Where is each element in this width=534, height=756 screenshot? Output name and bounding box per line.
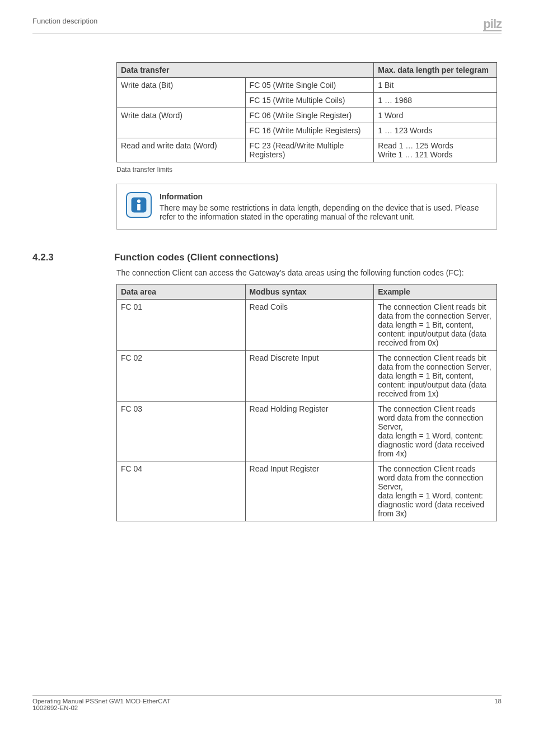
t1-h1: Data transfer [117, 63, 374, 78]
t2-r3-c1: FC 04 [117, 461, 246, 521]
t1-r1-c3: 1 … 1968 [374, 93, 497, 108]
table-row: Write data (Word) FC 06 (Write Single Re… [117, 108, 497, 123]
table1-caption: Data transfer limits [116, 166, 502, 174]
t2-h2: Modbus syntax [245, 284, 374, 299]
table-row: FC 02 Read Discrete Input The connection… [117, 350, 497, 401]
brand-logo-text: pilz [483, 18, 502, 31]
t1-r0-c2: FC 05 (Write Single Coil) [245, 78, 374, 93]
t2-r3-c3: The connection Client reads word data fr… [374, 461, 497, 521]
table-row: FC 01 Read Coils The connection Client r… [117, 299, 497, 350]
brand-logo: pilz [483, 17, 502, 31]
t2-r1-c1: FC 02 [117, 350, 246, 401]
t1-r0-c1: Write data (Bit) [117, 78, 246, 108]
t1-r2-c1: Write data (Word) [117, 108, 246, 138]
t1-r4-c2: FC 23 (Read/Write Multiple Registers) [245, 138, 374, 162]
table-row: Write data (Bit) FC 05 (Write Single Coi… [117, 78, 497, 93]
page-footer: Operating Manual PSSnet GW1 MOD-EtherCAT… [32, 695, 502, 711]
t2-h3: Example [374, 284, 497, 299]
footer-doc-title: Operating Manual PSSnet GW1 MOD-EtherCAT [32, 698, 171, 704]
function-codes-table: Data area Modbus syntax Example FC 01 Re… [116, 284, 497, 521]
t1-r3-c2: FC 16 (Write Multiple Registers) [245, 123, 374, 138]
info-callout: Information There may be some restrictio… [116, 184, 497, 230]
section-number: 4.2.3 [32, 252, 94, 263]
t2-r0-c3: The connection Client reads bit data fro… [374, 299, 497, 350]
svg-rect-3 [137, 204, 140, 211]
section-heading: 4.2.3 Function codes (Client connections… [32, 252, 502, 263]
t2-r2-c3: The connection Client reads word data fr… [374, 401, 497, 461]
footer-left: Operating Manual PSSnet GW1 MOD-EtherCAT… [32, 698, 171, 711]
t1-h2: Max. data length per telegram [374, 63, 497, 78]
page-header: Function description pilz [32, 17, 502, 34]
t2-r2-c2: Read Holding Register [245, 401, 374, 461]
t1-r1-c2: FC 15 (Write Multiple Coils) [245, 93, 374, 108]
footer-doc-id: 1002692-EN-02 [32, 704, 78, 711]
t2-r1-c2: Read Discrete Input [245, 350, 374, 401]
t1-r4-c3: Read 1 … 125 Words Write 1 … 121 Words [374, 138, 497, 162]
t1-r0-c3: 1 Bit [374, 78, 497, 93]
t1-r3-c3: 1 … 123 Words [374, 123, 497, 138]
info-title: Information [160, 192, 488, 201]
data-transfer-table: Data transfer Max. data length per teleg… [116, 62, 497, 162]
info-text: There may be some restrictions in data l… [160, 203, 488, 221]
table-row: Read and write data (Word) FC 23 (Read/W… [117, 138, 497, 162]
t2-r1-c3: The connection Client reads bit data fro… [374, 350, 497, 401]
t1-r4-c1: Read and write data (Word) [117, 138, 246, 162]
section-title: Function codes (Client connections) [114, 252, 279, 263]
breadcrumb: Function description [32, 17, 97, 25]
t2-r0-c1: FC 01 [117, 299, 246, 350]
svg-point-2 [137, 199, 140, 203]
t2-r3-c2: Read Input Register [245, 461, 374, 521]
t1-r2-c3: 1 Word [374, 108, 497, 123]
info-icon [126, 192, 152, 218]
section-paragraph: The connection Client can access the Gat… [116, 268, 497, 278]
table-row: FC 04 Read Input Register The connection… [117, 461, 497, 521]
t2-h1: Data area [117, 284, 246, 299]
footer-page-number: 18 [494, 698, 502, 711]
t1-r2-c2: FC 06 (Write Single Register) [245, 108, 374, 123]
t2-r2-c1: FC 03 [117, 401, 246, 461]
info-body: Information There may be some restrictio… [160, 192, 488, 221]
t2-r0-c2: Read Coils [245, 299, 374, 350]
table-row: FC 03 Read Holding Register The connecti… [117, 401, 497, 461]
